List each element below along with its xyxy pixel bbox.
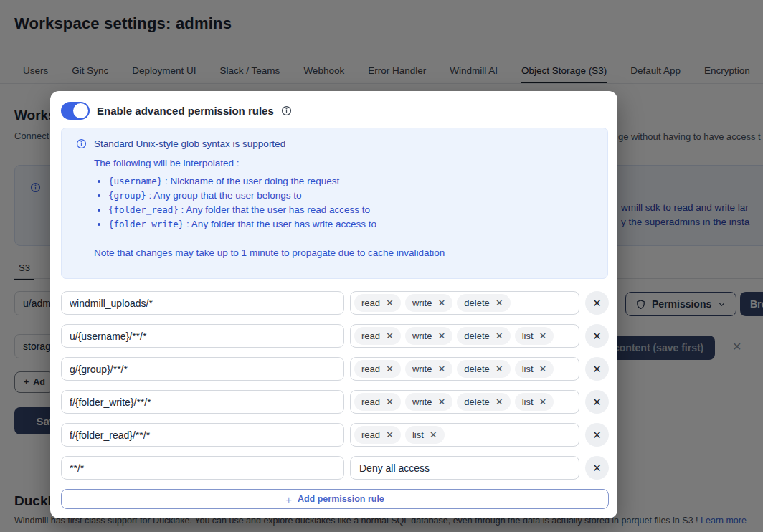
remove-tag-icon[interactable]: ✕	[430, 430, 437, 440]
permission-tag-label: read	[361, 429, 380, 440]
info-icon[interactable]	[281, 105, 292, 116]
permission-tag: delete✕	[457, 294, 510, 312]
remove-rule-button[interactable]: ✕	[585, 291, 609, 315]
rule-permissions-box[interactable]: read✕write✕delete✕	[350, 291, 579, 315]
remove-tag-icon[interactable]: ✕	[539, 397, 547, 407]
permission-tag: write✕	[405, 294, 452, 312]
permission-tag-label: write	[412, 331, 432, 341]
rule-permissions-box[interactable]: read✕write✕delete✕list✕	[350, 324, 579, 348]
remove-tag-icon[interactable]: ✕	[539, 364, 547, 374]
glob-syntax-info-panel: Standard Unix-style glob syntax is suppo…	[61, 128, 608, 279]
remove-tag-icon[interactable]: ✕	[496, 364, 503, 374]
permission-tag-label: read	[361, 331, 380, 341]
permission-rules-list: read✕write✕delete✕✕read✕write✕delete✕lis…	[61, 291, 609, 509]
deny-all-access-label: Deny all access	[354, 462, 430, 474]
permission-tag: read✕	[354, 327, 401, 345]
interpolation-item: {group} : Any group that the user belong…	[108, 189, 593, 203]
remove-tag-icon[interactable]: ✕	[386, 364, 394, 374]
permission-rule-row: read✕write✕delete✕✕	[61, 291, 609, 315]
permission-rule-row: read✕write✕delete✕list✕✕	[61, 324, 609, 348]
remove-tag-icon[interactable]: ✕	[386, 430, 394, 440]
permission-tag: list✕	[405, 426, 445, 444]
permission-tag-label: write	[412, 364, 432, 374]
permission-rule-row: read✕write✕delete✕list✕✕	[61, 357, 609, 381]
remove-tag-icon[interactable]: ✕	[496, 298, 503, 308]
remove-tag-icon[interactable]: ✕	[437, 331, 445, 341]
remove-rule-button[interactable]: ✕	[585, 423, 609, 447]
permission-tag-label: delete	[464, 298, 489, 308]
plus-icon: +	[285, 493, 292, 505]
permission-tag: write✕	[405, 327, 452, 345]
permission-tag: read✕	[354, 360, 401, 378]
remove-tag-icon[interactable]: ✕	[496, 397, 503, 407]
enable-rules-row: Enable advanced permission rules	[61, 102, 292, 120]
permission-tag-label: list	[522, 331, 534, 341]
info-panel-title-row: Standard Unix-style glob syntax is suppo…	[76, 138, 593, 149]
permission-rule-row: read✕write✕delete✕list✕✕	[61, 390, 609, 414]
rule-path-input[interactable]	[61, 291, 344, 315]
info-panel-title: Standard Unix-style glob syntax is suppo…	[94, 138, 285, 149]
permission-tag: read✕	[354, 393, 401, 411]
remove-tag-icon[interactable]: ✕	[386, 331, 394, 341]
interpolation-list: {username} : Nickname of the user doing …	[95, 174, 593, 232]
advanced-permission-rules-modal: Enable advanced permission rules Standar…	[50, 91, 617, 518]
permission-tag-label: list	[522, 364, 534, 374]
toggle-knob	[73, 103, 88, 118]
permission-tag: write✕	[405, 393, 452, 411]
permission-tag-label: delete	[464, 364, 489, 374]
remove-tag-icon[interactable]: ✕	[386, 397, 394, 407]
permission-tag: write✕	[405, 360, 452, 378]
remove-rule-button[interactable]: ✕	[585, 324, 609, 348]
remove-rule-button[interactable]: ✕	[585, 456, 609, 480]
remove-rule-button[interactable]: ✕	[585, 390, 609, 414]
enable-advanced-rules-toggle[interactable]	[61, 102, 90, 120]
rule-path-input[interactable]	[61, 423, 344, 447]
permission-tag-label: read	[361, 364, 380, 374]
permission-tag: list✕	[515, 393, 554, 411]
interpolation-item: {username} : Nickname of the user doing …	[108, 174, 593, 189]
permission-tag: delete✕	[457, 327, 510, 345]
rule-permissions-box[interactable]: read✕write✕delete✕list✕	[350, 390, 579, 414]
cache-note: Note that changes may take up to 1 minut…	[94, 247, 593, 258]
permission-tag-label: read	[361, 298, 380, 308]
permission-tag: read✕	[354, 426, 401, 444]
add-permission-rule-label: Add permission rule	[298, 494, 384, 504]
permission-tag: delete✕	[457, 393, 510, 411]
info-panel-body: The following will be interpolated : {us…	[94, 158, 593, 258]
permission-tag: read✕	[354, 294, 401, 312]
permission-tag-label: write	[412, 396, 432, 407]
interpolation-item: {folder_write} : Any folder that the use…	[108, 217, 593, 232]
permission-tag-label: read	[361, 396, 380, 407]
permission-rule-row: read✕list✕✕	[61, 423, 609, 447]
permission-rule-row: Deny all access✕	[61, 456, 609, 480]
remove-tag-icon[interactable]: ✕	[437, 298, 445, 308]
rule-path-input[interactable]	[61, 390, 344, 414]
rule-path-input[interactable]	[61, 456, 344, 480]
rule-permissions-box[interactable]: read✕list✕	[350, 423, 579, 447]
rule-permissions-box[interactable]: Deny all access	[350, 456, 579, 480]
permission-tag: list✕	[515, 360, 554, 378]
permission-tag-label: list	[522, 396, 534, 407]
remove-tag-icon[interactable]: ✕	[437, 397, 445, 407]
permission-tag-label: delete	[464, 331, 489, 341]
interpolation-intro: The following will be interpolated :	[94, 158, 593, 168]
rule-path-input[interactable]	[61, 324, 344, 348]
interpolation-item: {folder_read} : Any folder that the user…	[108, 203, 593, 217]
permission-tag-label: list	[412, 429, 424, 440]
toggle-label: Enable advanced permission rules	[97, 105, 274, 117]
remove-tag-icon[interactable]: ✕	[437, 364, 445, 374]
remove-tag-icon[interactable]: ✕	[386, 298, 394, 308]
remove-tag-icon[interactable]: ✕	[539, 331, 547, 341]
permission-tag-label: write	[412, 298, 432, 308]
permission-tag-label: delete	[464, 396, 489, 407]
add-permission-rule-button[interactable]: +Add permission rule	[61, 489, 609, 509]
rule-permissions-box[interactable]: read✕write✕delete✕list✕	[350, 357, 579, 381]
permission-tag: list✕	[515, 327, 554, 345]
rule-path-input[interactable]	[61, 357, 344, 381]
permission-tag: delete✕	[457, 360, 510, 378]
remove-tag-icon[interactable]: ✕	[496, 331, 503, 341]
info-icon	[76, 138, 87, 149]
remove-rule-button[interactable]: ✕	[585, 357, 609, 381]
